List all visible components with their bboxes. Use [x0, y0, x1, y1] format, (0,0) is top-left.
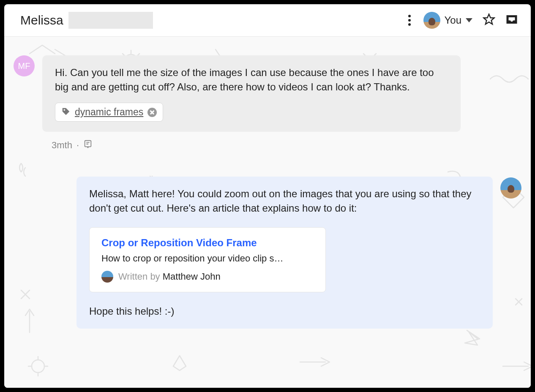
- note-icon[interactable]: [83, 139, 93, 151]
- article-card[interactable]: Crop or Reposition Video Frame How to cr…: [89, 227, 326, 292]
- agent-message-before: Melissa, Matt here! You could zoom out o…: [89, 187, 480, 215]
- header-actions: You: [406, 12, 519, 29]
- svg-point-2: [32, 360, 44, 373]
- assignee-label: You: [445, 14, 462, 26]
- agent-message-after: Hope this helps! :-): [89, 304, 480, 318]
- svg-marker-0: [484, 14, 494, 24]
- close-icon[interactable]: [147, 108, 157, 117]
- conversation-body: MF Hi. Can you tell me the size of the i…: [4, 37, 531, 388]
- agent-avatar: [500, 177, 521, 199]
- svg-point-3: [64, 109, 66, 111]
- customer-name: Melissa: [20, 13, 63, 27]
- svg-rect-4: [85, 141, 91, 147]
- customer-message-row: MF Hi. Can you tell me the size of the i…: [14, 55, 521, 132]
- meta-dot: ·: [76, 140, 79, 151]
- star-icon[interactable]: [483, 13, 495, 27]
- author-avatar: [101, 271, 113, 283]
- assignee-selector[interactable]: You: [423, 12, 473, 29]
- customer-bubble: Hi. Can you tell me the size of the imag…: [42, 55, 461, 132]
- avatar-initials: MF: [18, 61, 30, 71]
- tag-chip: dynamic frames: [55, 103, 163, 122]
- customer-message-text: Hi. Can you tell me the size of the imag…: [55, 65, 448, 94]
- timestamp: 3mth: [52, 140, 72, 151]
- chevron-down-icon: [466, 18, 472, 22]
- tag-label[interactable]: dynamic frames: [75, 106, 143, 118]
- messages-list: MF Hi. Can you tell me the size of the i…: [4, 37, 531, 329]
- author-name: Matthew John: [163, 271, 221, 282]
- written-by-label: Written by: [118, 271, 163, 282]
- message-meta: 3mth ·: [52, 139, 521, 151]
- article-title[interactable]: Crop or Reposition Video Frame: [101, 237, 314, 249]
- customer-avatar: MF: [14, 55, 35, 76]
- conversation-title: Melissa: [20, 12, 153, 29]
- tag-icon: [61, 107, 71, 118]
- avatar: [423, 12, 440, 29]
- article-author: Written by Matthew John: [101, 271, 314, 283]
- header: Melissa You: [4, 4, 531, 37]
- inbox-icon[interactable]: [505, 13, 518, 27]
- conversation-window: Melissa You: [4, 4, 531, 388]
- redacted-lastname: [68, 12, 153, 29]
- more-icon[interactable]: [406, 12, 413, 28]
- article-description: How to crop or reposition your video cli…: [101, 253, 314, 264]
- agent-bubble: Melissa, Matt here! You could zoom out o…: [76, 177, 493, 329]
- agent-message-row: Melissa, Matt here! You could zoom out o…: [14, 177, 521, 329]
